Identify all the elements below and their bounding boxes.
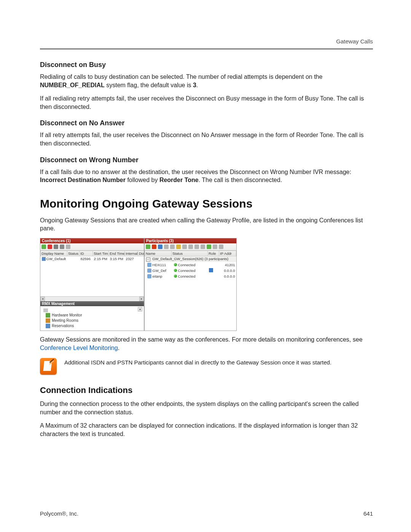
footer-company: Polycom®, Inc.: [40, 510, 78, 517]
cell-name: GW_Def: [153, 268, 166, 273]
paragraph: Redialing of calls to busy destination c…: [40, 73, 373, 89]
note-block: Additional ISDN and PSTN Participants ca…: [40, 358, 373, 375]
participant-icon: [147, 274, 151, 278]
conference-level-monitoring-link[interactable]: Conference Level Monitoring: [40, 345, 118, 351]
tool-icon[interactable]: [194, 244, 199, 249]
cell-status: Connected: [178, 274, 196, 278]
col-start-time[interactable]: Start Tim: [93, 251, 109, 256]
conferences-toolbar: [40, 243, 144, 251]
remove-participant-icon[interactable]: [152, 244, 156, 249]
conferences-pane-title: Conferences (1): [40, 238, 144, 243]
flag-default: 3: [193, 82, 196, 88]
paragraph: Gateway Sessions are monitored in the sa…: [40, 335, 373, 352]
heading-disconnect-wrong-number: Disconnect on Wrong Number: [40, 156, 373, 164]
reservations-icon: [46, 324, 50, 328]
col-status[interactable]: Status: [172, 251, 208, 256]
tool-icon[interactable]: [182, 244, 187, 249]
col-display-name[interactable]: Display Name: [41, 251, 67, 256]
cell-name: eitanp: [153, 274, 162, 278]
cell-role: [208, 268, 219, 273]
play-icon[interactable]: [60, 244, 64, 249]
rmx-management-title: RMX Management: [40, 301, 144, 306]
tool-icon[interactable]: [176, 244, 181, 249]
col-status[interactable]: Status: [67, 251, 80, 256]
add-participant-icon[interactable]: [146, 244, 150, 249]
participants-pane-title: Participants (3): [145, 238, 236, 243]
tool-icon[interactable]: [207, 244, 211, 249]
participants-toolbar: [145, 243, 236, 251]
note-icon: [40, 358, 57, 375]
h-scrollbar[interactable]: ◂ ▸: [40, 296, 144, 301]
scroll-left-icon[interactable]: ◂: [40, 297, 45, 301]
conference-icon: [42, 257, 46, 261]
rmx-management-body: ▴ Hardware Monitor Meeting Rooms Reserva…: [40, 306, 144, 331]
status-connected-icon: [174, 263, 177, 266]
participants-grid-area: Name Status Role IP Addr – GW_Default_GW…: [145, 251, 236, 331]
tree-item-label: Hardware Monitor: [52, 313, 82, 317]
col-name[interactable]: Name: [145, 251, 172, 256]
page-footer: Polycom®, Inc. 641: [40, 510, 373, 517]
paragraph: During the connection process to the oth…: [40, 400, 373, 416]
tree-item-meeting-rooms[interactable]: Meeting Rooms: [46, 318, 142, 323]
col-internal[interactable]: Internal I: [125, 251, 138, 256]
group-row[interactable]: – GW_Default_GW_Session(826) (3 particip…: [145, 256, 236, 262]
participant-icon: [147, 263, 151, 267]
paragraph: A Maximum of 32 characters can be displa…: [40, 422, 373, 438]
add-icon[interactable]: [41, 244, 46, 249]
table-row[interactable]: HDX111 Connected 41201: [145, 262, 236, 268]
col-end-time[interactable]: End Time: [109, 251, 125, 256]
heading-disconnect-busy: Disconnect on Busy: [40, 61, 373, 69]
tool-icon[interactable]: [66, 244, 70, 249]
tool-icon[interactable]: [219, 244, 223, 249]
connect-icon[interactable]: [158, 244, 162, 249]
cell-name: HDX111: [153, 263, 166, 267]
status-connected-icon: [174, 275, 177, 278]
expand-icon[interactable]: –: [146, 257, 150, 262]
tool-icon[interactable]: [170, 244, 175, 249]
cell-ip: 0.0.0.0: [219, 268, 236, 273]
status-connected-icon: [174, 269, 177, 272]
col-ip[interactable]: IP Addr: [219, 251, 236, 256]
cell-start: 2:15 PM: [93, 256, 109, 261]
table-row[interactable]: GW_Def Connected 0.0.0.0: [145, 268, 236, 273]
tree-item-label: Meeting Rooms: [52, 318, 78, 323]
conferences-table: Display Name Status ID Start Tim End Tim…: [40, 251, 144, 261]
scroll-right-icon[interactable]: ▸: [139, 297, 144, 301]
table-header-row: Name Status Role IP Addr: [145, 251, 236, 256]
text-bold: Reorder Tone: [159, 177, 199, 183]
table-row[interactable]: GW_Default 82596 2:15 PM 3:15 PM 2327: [41, 256, 144, 261]
cell-ip: 41201: [219, 262, 236, 268]
col-id[interactable]: ID: [80, 251, 93, 256]
cell-status: [67, 256, 80, 261]
conferences-grid-area: Display Name Status ID Start Tim End Tim…: [40, 251, 144, 296]
hardware-monitor-icon: [46, 313, 50, 318]
text: followed by: [126, 177, 159, 183]
table-row[interactable]: eitanp Connected 0.0.0.0: [145, 273, 236, 279]
text: Gateway Sessions are monitored in the sa…: [40, 336, 363, 343]
page-header-label: Gateway Calls: [40, 38, 373, 45]
tree-item-hardware-monitor[interactable]: Hardware Monitor: [46, 313, 142, 318]
paragraph: If all retry attempts fail, the user rec…: [40, 131, 373, 147]
table-header-row: Display Name Status ID Start Tim End Tim…: [41, 251, 144, 256]
tree-item-reservations[interactable]: Reservations: [46, 324, 142, 328]
tool-icon[interactable]: [201, 244, 205, 249]
tool-icon[interactable]: [188, 244, 193, 249]
tree-root[interactable]: [43, 308, 142, 312]
text: If a call fails due to no answer at the …: [40, 169, 351, 175]
cell-ip: 0.0.0.0: [219, 273, 236, 279]
delete-icon[interactable]: [48, 244, 52, 249]
tool-icon[interactable]: [213, 244, 217, 249]
tool-icon[interactable]: [164, 244, 169, 249]
text-bold: Incorrect Destination Number: [40, 177, 126, 183]
note-text: Additional ISDN and PSTN Participants ca…: [64, 358, 331, 366]
col-dial-in[interactable]: Dial-in: [138, 251, 144, 256]
cell-id: 82596: [80, 256, 93, 261]
col-role[interactable]: Role: [208, 251, 219, 256]
text: .: [196, 82, 198, 88]
conferences-pane: Conferences (1) Display Name Status: [40, 238, 144, 331]
collapse-up-icon[interactable]: ▴: [138, 307, 142, 312]
settings-icon[interactable]: [54, 244, 58, 249]
cell-display-name: GW_Default: [46, 257, 66, 261]
text: . The call is then disconnected.: [199, 177, 282, 183]
participant-icon: [147, 268, 151, 273]
